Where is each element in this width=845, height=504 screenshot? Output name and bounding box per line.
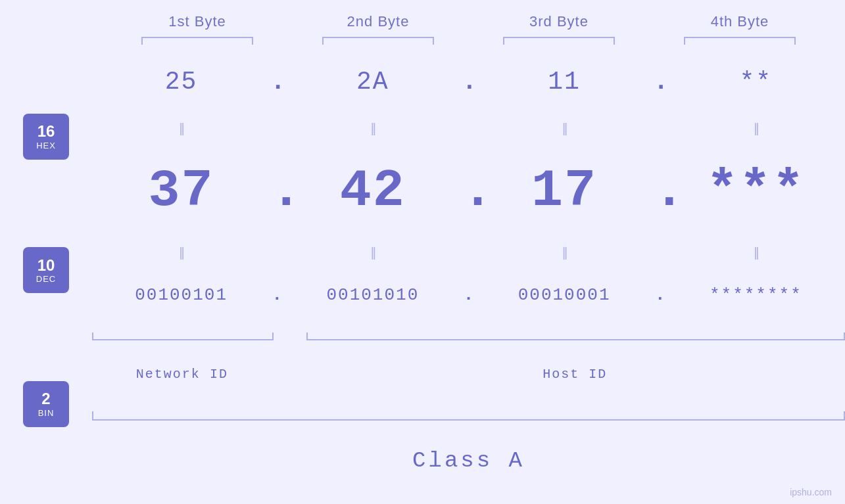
dec-badge-label: DEC xyxy=(36,274,56,284)
hex-dot-1: . xyxy=(270,68,283,96)
byte-header-1: 1st Byte xyxy=(107,13,288,30)
top-bracket-3 xyxy=(503,37,615,45)
hex-val-2: 2A xyxy=(356,68,389,96)
hex-dot-3: . xyxy=(654,68,667,96)
dec-badge: 10 DEC xyxy=(23,247,69,293)
bin-val-2: 00101010 xyxy=(326,285,419,305)
bin-val-4: ******** xyxy=(710,285,802,305)
hex-byte-3: 11 xyxy=(475,68,654,96)
bin-dot-2: . xyxy=(462,285,475,305)
eq1-1: || xyxy=(92,121,270,136)
bin-dot-3: . xyxy=(654,285,667,305)
byte-header-2: 2nd Byte xyxy=(288,13,469,30)
eq2-3: || xyxy=(475,245,654,260)
bin-badge: 2 BIN xyxy=(23,381,69,427)
hex-byte-2: 2A xyxy=(283,68,462,96)
eq2-1: || xyxy=(92,245,270,260)
dec-dot-2: . xyxy=(462,161,475,221)
dec-row: 37 . 42 . 17 . *** xyxy=(92,161,845,221)
class-bracket xyxy=(92,411,845,421)
class-label: Class A xyxy=(92,448,845,473)
dec-badge-num: 10 xyxy=(37,257,55,274)
data-area: 25 . 2A . 11 . ** || || xyxy=(92,50,845,491)
hex-byte-1: 25 xyxy=(92,68,270,96)
byte-header-3: 3rd Byte xyxy=(469,13,650,30)
host-id-label: Host ID xyxy=(305,367,845,382)
hex-byte-4: ** xyxy=(667,68,845,96)
bin-badge-label: BIN xyxy=(38,408,55,418)
hex-badge-label: HEX xyxy=(36,141,56,150)
dec-val-1: 37 xyxy=(149,161,214,221)
id-labels-row: Network ID Host ID xyxy=(92,367,845,382)
hex-val-1: 25 xyxy=(165,68,198,96)
dec-byte-4: *** xyxy=(667,161,845,221)
bin-val-3: 00010001 xyxy=(518,285,611,305)
hex-dot-2: . xyxy=(462,68,475,96)
bin-byte-2: 00101010 xyxy=(283,285,462,305)
eq2-2: || xyxy=(283,245,462,260)
top-bracket-4 xyxy=(684,37,796,45)
hex-badge-num: 16 xyxy=(37,123,55,140)
hex-val-4: ** xyxy=(740,68,773,96)
bin-byte-4: ******** xyxy=(667,285,845,305)
dec-val-3: 17 xyxy=(531,161,597,221)
eq1-4: || xyxy=(667,121,845,136)
bin-row: 00100101 . 00101010 . 00010001 . *******… xyxy=(92,285,845,305)
byte-headers: 1st Byte 2nd Byte 3rd Byte 4th Byte xyxy=(107,13,831,30)
eq1-2: || xyxy=(283,121,462,136)
dec-byte-3: 17 xyxy=(475,161,654,221)
main-content: 16 HEX 10 DEC 2 BIN 25 . 2A xyxy=(0,50,845,491)
eq1-3: || xyxy=(475,121,654,136)
byte-header-4: 4th Byte xyxy=(650,13,831,30)
dec-byte-2: 42 xyxy=(283,161,462,221)
watermark: ipshu.com xyxy=(790,487,832,497)
dec-byte-1: 37 xyxy=(92,161,270,221)
top-bracket-1 xyxy=(141,37,253,45)
bin-badge-num: 2 xyxy=(41,390,50,407)
badges-column: 16 HEX 10 DEC 2 BIN xyxy=(0,50,92,491)
bottom-brackets xyxy=(92,332,845,340)
bin-val-1: 00100101 xyxy=(135,285,228,305)
bin-byte-3: 00010001 xyxy=(475,285,654,305)
dec-val-2: 42 xyxy=(340,161,406,221)
hex-row: 25 . 2A . 11 . ** xyxy=(92,68,845,96)
network-id-label: Network ID xyxy=(92,367,272,382)
hex-val-3: 11 xyxy=(548,68,581,96)
bin-byte-1: 00100101 xyxy=(92,285,270,305)
dec-dot-1: . xyxy=(270,161,283,221)
eq2-4: || xyxy=(667,245,845,260)
dec-dot-3: . xyxy=(654,161,667,221)
hex-badge: 16 HEX xyxy=(23,114,69,160)
bin-dot-1: . xyxy=(270,285,283,305)
network-bracket xyxy=(92,332,274,340)
top-bracket-2 xyxy=(322,37,434,45)
equals-row-1: || || || || xyxy=(92,118,845,138)
main-container: 1st Byte 2nd Byte 3rd Byte 4th Byte 16 H… xyxy=(0,0,845,504)
host-bracket xyxy=(306,332,845,340)
dec-val-4: *** xyxy=(706,161,805,221)
equals-row-2: || || || || xyxy=(92,243,845,263)
